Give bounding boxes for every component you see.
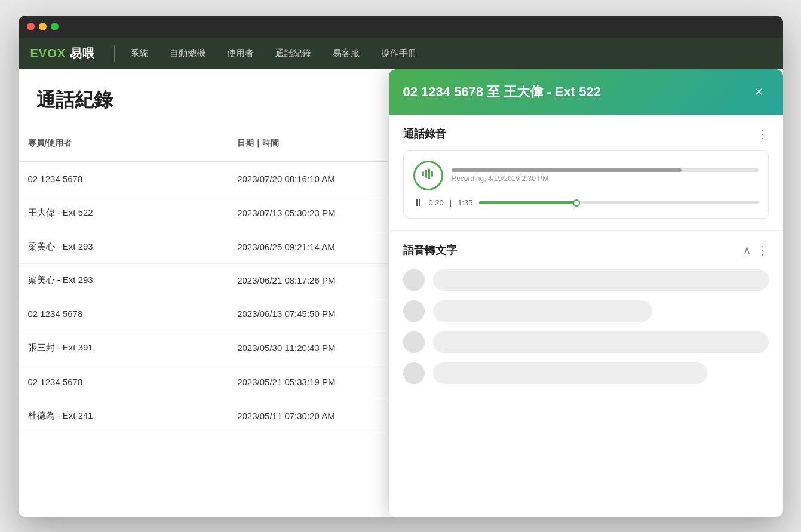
transcript-bubble-4 xyxy=(433,362,707,384)
cell-member-7: 杜德為 - Ext 241 xyxy=(19,399,228,433)
time-current: 0:20 xyxy=(429,198,444,207)
playback-controls: ⏸ 0:20 | 1:35 xyxy=(413,198,759,208)
app-window: EVOX 易喂 系統 自動總機 使用者 通話紀錄 易客服 操作手冊 通話紀錄 專… xyxy=(19,16,783,517)
waveform-icon xyxy=(422,167,435,183)
cell-member-4: 02 1234 5678 xyxy=(19,297,228,331)
navbar: EVOX 易喂 系統 自動總機 使用者 通話紀錄 易客服 操作手冊 xyxy=(19,38,783,69)
playback-progress-thumb[interactable] xyxy=(573,199,580,207)
brand-evox: EVOX xyxy=(30,47,66,60)
recording-info: Recording, 4/19/2019 2:30 PM xyxy=(413,161,759,190)
transcript-row-2 xyxy=(403,300,769,322)
brand-suffix: 易喂 xyxy=(66,47,95,60)
recording-progress-bar xyxy=(452,168,759,172)
transcript-bubble-1 xyxy=(433,269,769,291)
transcript-avatar-4 xyxy=(403,362,425,384)
cell-member-5: 張三封 - Ext 391 xyxy=(19,331,228,365)
playback-progress-fill xyxy=(479,201,577,204)
transcript-row-3 xyxy=(403,331,769,353)
recording-section: 通話錄音 ⋮ xyxy=(389,115,783,231)
nav-item-pbx[interactable]: 自動總機 xyxy=(159,38,216,69)
recording-menu-icon[interactable]: ⋮ xyxy=(757,127,769,141)
recording-icon-circle xyxy=(413,161,443,190)
collapse-icon[interactable]: ∧ xyxy=(743,244,751,257)
modal-body[interactable]: 通話錄音 ⋮ xyxy=(389,115,783,517)
cell-member-0: 02 1234 5678 xyxy=(19,162,228,196)
svg-rect-0 xyxy=(422,171,424,176)
titlebar xyxy=(19,16,783,38)
cell-member-2: 梁美心 - Ext 293 xyxy=(19,230,228,263)
recording-label: Recording, 4/19/2019 2:30 PM xyxy=(452,174,759,183)
transcription-title: 語音轉文字 xyxy=(403,243,457,257)
pause-button[interactable]: ⏸ xyxy=(413,198,423,208)
cell-member-3: 梁美心 - Ext 293 xyxy=(19,263,228,297)
transcription-section: 語音轉文字 ∧ ⋮ xyxy=(389,231,783,396)
main-content: 通話紀錄 專員/使用者 日期｜時間 通話類型 撥入/撥出&接 02 1234 5… xyxy=(19,69,783,517)
transcription-controls: ∧ ⋮ xyxy=(743,243,769,257)
close-dot[interactable] xyxy=(27,23,35,30)
maximize-dot[interactable] xyxy=(51,23,59,30)
svg-rect-2 xyxy=(428,168,430,179)
nav-item-users[interactable]: 使用者 xyxy=(216,38,265,69)
transcript-avatar-2 xyxy=(403,300,425,322)
recording-card: Recording, 4/19/2019 2:30 PM ⏸ 0:20 | 1:… xyxy=(403,150,769,219)
time-total: 1:35 xyxy=(458,198,472,207)
modal-title: 02 1234 5678 至 王大偉 - Ext 522 xyxy=(403,83,601,101)
recording-section-title: 通話錄音 xyxy=(403,127,446,141)
recording-section-header: 通話錄音 ⋮ xyxy=(403,127,769,141)
nav-item-system[interactable]: 系統 xyxy=(119,38,159,69)
nav-item-manual[interactable]: 操作手冊 xyxy=(370,38,428,69)
nav-item-easyservice[interactable]: 易客服 xyxy=(322,38,370,69)
transcript-bubble-3 xyxy=(433,331,769,353)
transcription-header: 語音轉文字 ∧ ⋮ xyxy=(403,243,769,257)
recording-bar-fill xyxy=(452,168,682,172)
modal-header: 02 1234 5678 至 王大偉 - Ext 522 × xyxy=(389,69,783,115)
nav-item-calllog[interactable]: 通話紀錄 xyxy=(265,38,322,69)
modal-overlay: 02 1234 5678 至 王大偉 - Ext 522 × 通話錄音 ⋮ xyxy=(377,69,783,517)
time-sep: | xyxy=(450,198,452,207)
transcript-avatar-3 xyxy=(403,331,425,353)
brand-text: EVOX 易喂 xyxy=(30,45,95,61)
recording-meta: Recording, 4/19/2019 2:30 PM xyxy=(452,168,759,183)
transcript-bubble-2 xyxy=(433,300,652,322)
transcript-row-1 xyxy=(403,269,769,291)
window-controls xyxy=(27,23,59,30)
transcript-avatar-1 xyxy=(403,269,425,291)
minimize-dot[interactable] xyxy=(39,23,47,30)
svg-rect-1 xyxy=(425,170,427,178)
transcription-menu-icon[interactable]: ⋮ xyxy=(757,243,769,257)
cell-member-6: 02 1234 5678 xyxy=(19,365,228,399)
playback-progress-bar[interactable] xyxy=(479,201,759,204)
call-detail-modal: 02 1234 5678 至 王大偉 - Ext 522 × 通話錄音 ⋮ xyxy=(389,69,783,517)
brand: EVOX 易喂 xyxy=(30,45,95,61)
cell-member-1: 王大偉 - Ext 522 xyxy=(19,196,228,230)
svg-rect-3 xyxy=(431,171,433,177)
transcript-row-4 xyxy=(403,362,769,384)
nav-divider xyxy=(114,45,115,62)
col-header-member: 專員/使用者 xyxy=(19,125,228,162)
modal-close-button[interactable]: × xyxy=(750,82,769,102)
transcript-content xyxy=(403,269,769,384)
